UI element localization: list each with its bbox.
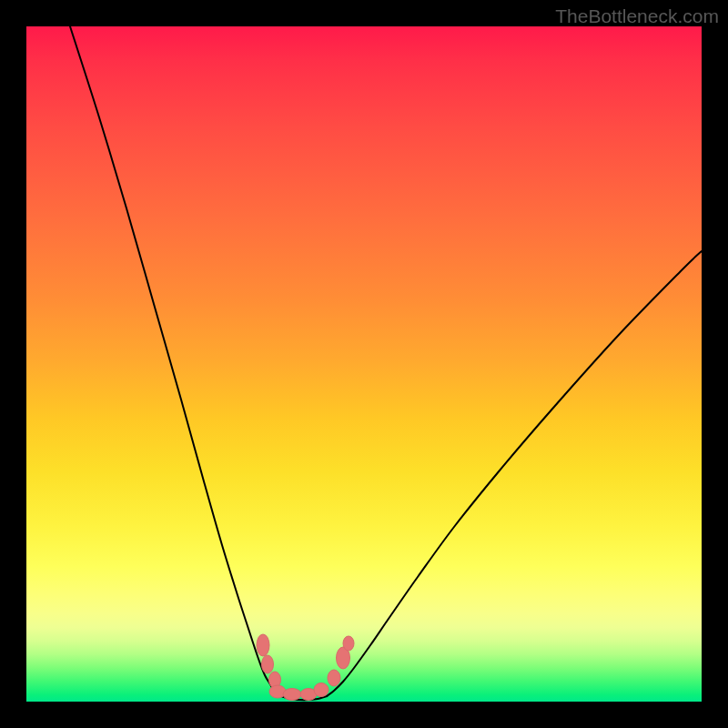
- valley-marker: [257, 634, 269, 656]
- valley-marker: [262, 655, 274, 673]
- valley-marker: [314, 683, 329, 697]
- watermark-text: TheBottleneck.com: [555, 5, 719, 27]
- curve-layer: [26, 26, 702, 702]
- chart-frame: TheBottleneck.com: [0, 0, 728, 728]
- valley-markers: [257, 634, 354, 701]
- valley-marker: [269, 672, 281, 688]
- bottleneck-curve: [70, 26, 702, 700]
- valley-marker: [328, 670, 340, 686]
- valley-marker: [269, 685, 286, 698]
- plot-area: [26, 26, 702, 702]
- valley-marker: [343, 636, 354, 651]
- valley-marker: [300, 689, 317, 701]
- valley-marker: [283, 689, 301, 701]
- valley-marker: [337, 647, 350, 669]
